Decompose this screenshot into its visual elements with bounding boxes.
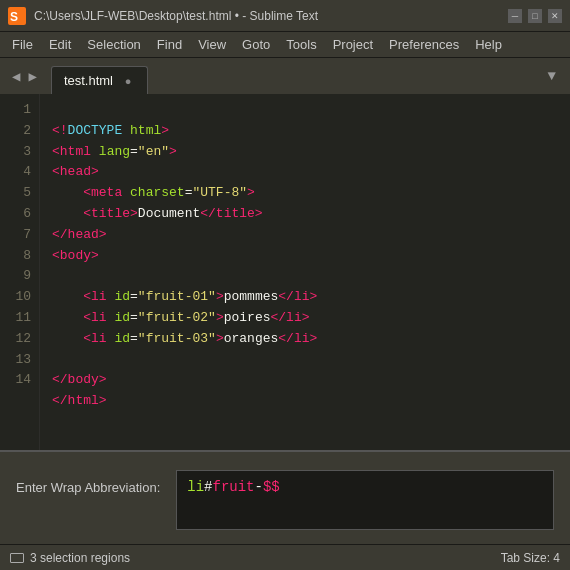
tab-size-text: Tab Size: 4 (501, 551, 560, 565)
menu-tools[interactable]: Tools (278, 35, 324, 54)
menu-project[interactable]: Project (325, 35, 381, 54)
wrap-input-text[interactable]: li#fruit-$$ (187, 479, 279, 495)
tab-dropdown-icon[interactable]: ▼ (542, 64, 562, 88)
close-button[interactable]: ✕ (548, 9, 562, 23)
app-icon: S (8, 7, 26, 25)
tab-bar: ◀ ▶ test.html ● ▼ (0, 58, 570, 94)
menu-find[interactable]: Find (149, 35, 190, 54)
tab-scroll-left-icon[interactable]: ◀ (8, 64, 24, 89)
editor-area: 1 2 3 4 5 6 7 8 9 10 11 12 13 14 <!DOCTY… (0, 94, 570, 450)
status-right: Tab Size: 4 (501, 551, 560, 565)
svg-text:S: S (10, 10, 18, 24)
wrap-label: Enter Wrap Abbreviation: (16, 470, 160, 495)
title-bar: S C:\Users\JLF-WEB\Desktop\test.html • -… (0, 0, 570, 32)
tab-filename: test.html (64, 73, 113, 88)
wrap-input-container[interactable]: li#fruit-$$ (176, 470, 554, 530)
code-content: <!DOCTYPE html> <html lang="en"> <head> … (40, 94, 570, 450)
title-bar-text: C:\Users\JLF-WEB\Desktop\test.html • - S… (34, 9, 500, 23)
menu-preferences[interactable]: Preferences (381, 35, 467, 54)
status-bar: 3 selection regions Tab Size: 4 (0, 544, 570, 570)
maximize-button[interactable]: □ (528, 9, 542, 23)
menu-bar: File Edit Selection Find View Goto Tools… (0, 32, 570, 58)
minimize-button[interactable]: ─ (508, 9, 522, 23)
tab-close-button[interactable]: ● (121, 74, 135, 88)
menu-edit[interactable]: Edit (41, 35, 79, 54)
window-controls: ─ □ ✕ (508, 9, 562, 23)
status-left: 3 selection regions (10, 551, 130, 565)
menu-view[interactable]: View (190, 35, 234, 54)
selection-icon (10, 553, 24, 563)
active-tab[interactable]: test.html ● (51, 66, 148, 94)
line-numbers: 1 2 3 4 5 6 7 8 9 10 11 12 13 14 (0, 94, 40, 450)
selection-regions-text: 3 selection regions (30, 551, 130, 565)
tab-scroll-right-icon[interactable]: ▶ (24, 64, 40, 89)
menu-help[interactable]: Help (467, 35, 510, 54)
wrap-panel: Enter Wrap Abbreviation: li#fruit-$$ (0, 450, 570, 544)
menu-file[interactable]: File (4, 35, 41, 54)
menu-goto[interactable]: Goto (234, 35, 278, 54)
menu-selection[interactable]: Selection (79, 35, 148, 54)
